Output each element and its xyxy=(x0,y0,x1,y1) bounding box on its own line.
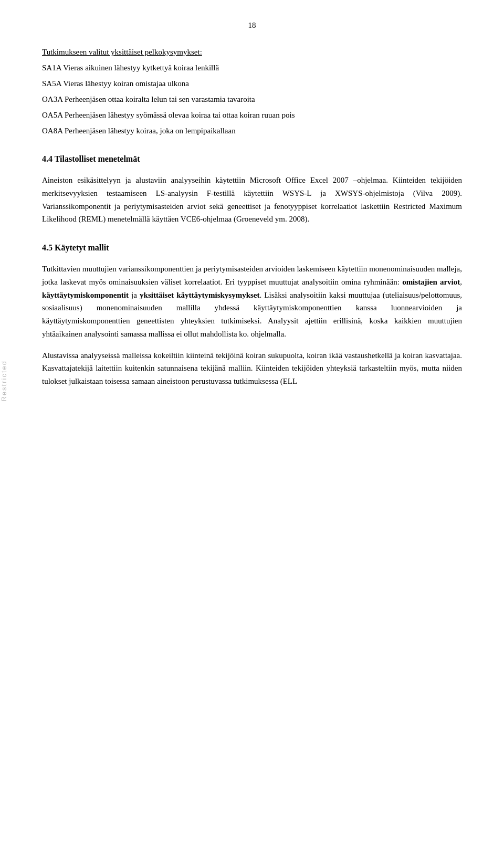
section-4-5-paragraph-2: Alustavissa analyyseissä malleissa kokei… xyxy=(42,349,462,388)
bold-phrase-1: omistajien arviot xyxy=(402,278,460,286)
intro-section: Tutkimukseen valitut yksittäiset pelkoky… xyxy=(42,46,462,137)
restricted-watermark: Restricted xyxy=(0,360,8,402)
intro-list: Tutkimukseen valitut yksittäiset pelkoky… xyxy=(42,46,462,137)
list-item: SA1A Vieras aikuinen lähestyy kytkettyä … xyxy=(42,61,462,74)
section-4-4-paragraph-1: Aineiston esikäsittelyyn ja alustaviin a… xyxy=(42,174,462,226)
section-4-5: 4.5 Käytetyt mallit Tutkittavien muuttuj… xyxy=(42,242,462,388)
list-item: OA5A Perheenjäsen lähestyy syömässä olev… xyxy=(42,109,462,121)
list-item: OA8A Perheenjäsen lähestyy koiraa, joka … xyxy=(42,124,462,137)
list-item: Tutkimukseen valitut yksittäiset pelkoky… xyxy=(42,46,462,58)
section-4-4-heading: 4.4 Tilastolliset menetelmät xyxy=(42,153,462,165)
page-container: Restricted 18 Tutkimukseen valitut yksit… xyxy=(0,0,504,850)
list-item: SA5A Vieras lähestyy koiran omistajaa ul… xyxy=(42,77,462,90)
list-item: OA3A Perheenjäsen ottaa koiralta lelun t… xyxy=(42,93,462,106)
section-4-4: 4.4 Tilastolliset menetelmät Aineiston e… xyxy=(42,153,462,226)
section-4-5-paragraph-1: Tutkittavien muuttujien varianssikompone… xyxy=(42,263,462,341)
section-4-5-heading: 4.5 Käytetyt mallit xyxy=(42,242,462,254)
bold-phrase-2: käyttäytymiskomponentit xyxy=(42,291,129,299)
page-number: 18 xyxy=(42,21,462,30)
bold-phrase-3: yksittäiset käyttäytymiskysymykset xyxy=(140,291,259,299)
